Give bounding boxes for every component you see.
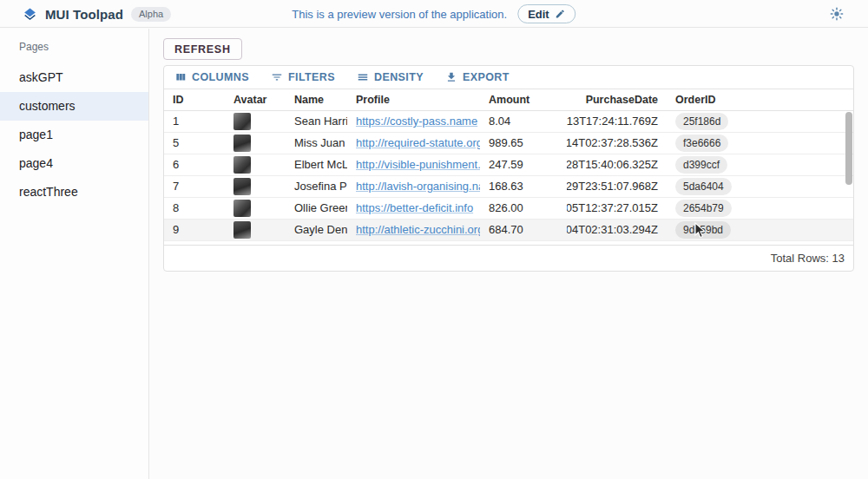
edit-button[interactable]: Edit xyxy=(517,4,576,23)
cell-profile: https://better-deficit.info xyxy=(347,198,480,219)
column-header-profile[interactable]: Profile xyxy=(347,89,480,110)
column-header-purchasedate[interactable]: PurchaseDate xyxy=(567,89,667,110)
cell-avatar xyxy=(225,220,286,240)
table-row[interactable]: 9 Gayle Den… http://athletic-zucchini.or… xyxy=(164,220,853,241)
profile-link[interactable]: http://athletic-zucchini.org xyxy=(356,220,480,240)
cell-orderid: f3e6666 xyxy=(667,133,853,154)
theme-toggle-button[interactable] xyxy=(830,7,844,21)
purchasedate-value: 2014-01-14T02:37:28.536Z xyxy=(567,133,658,154)
vertical-scrollbar-thumb[interactable] xyxy=(845,112,852,185)
table-row[interactable]: 8 Ollie Green… https://better-deficit.in… xyxy=(164,198,853,220)
sidebar-item-page4[interactable]: page4 xyxy=(0,149,148,178)
cell-purchasedate: 2088-05-04T02:31:03.294Z xyxy=(567,220,667,240)
app-title: MUI Toolpad xyxy=(45,7,123,22)
amount-value: 684.70 xyxy=(489,220,523,240)
cell-purchasedate: 2076-03-29T23:51:07.968Z xyxy=(567,176,667,197)
id-value: 8 xyxy=(173,198,179,219)
table-row[interactable]: 1 Sean Harris https://costly-pass.name 8… xyxy=(164,111,853,133)
cell-amount: 247.59 xyxy=(480,154,567,175)
avatar xyxy=(233,221,251,239)
amount-value: 989.65 xyxy=(489,133,523,154)
sidebar-item-label: reactThree xyxy=(19,185,78,199)
name-value: Sean Harris xyxy=(294,111,347,132)
sun-icon xyxy=(830,7,844,21)
profile-link[interactable]: http://visible-punishment.net xyxy=(356,154,480,175)
profile-link[interactable]: https://costly-pass.name xyxy=(356,111,477,132)
sidebar-item-askGPT[interactable]: askGPT xyxy=(0,63,148,92)
export-icon xyxy=(445,71,457,83)
sidebar-item-label: page1 xyxy=(19,128,53,141)
cell-profile: http://athletic-zucchini.org xyxy=(347,220,480,240)
preview-text: This is a preview version of the applica… xyxy=(292,8,507,21)
avatar xyxy=(233,200,251,217)
export-button[interactable]: EXPORT xyxy=(441,69,514,86)
filters-button[interactable]: FILTERS xyxy=(266,69,339,86)
table-row[interactable]: 5 Miss Juan … http://required-statute.or… xyxy=(164,133,853,154)
data-grid: COLUMNS FILTERS DENSITY EXPORT xyxy=(163,65,854,272)
sidebar-item-customers[interactable]: customers xyxy=(0,92,148,121)
grid-footer: Total Rows: 13 xyxy=(164,245,853,271)
refresh-button[interactable]: REFRESH xyxy=(163,38,242,60)
sidebar-item-page1[interactable]: page1 xyxy=(0,121,148,149)
toolpad-logo-icon xyxy=(23,7,37,22)
cell-name: Ollie Green… xyxy=(286,198,347,219)
name-value: Elbert McL… xyxy=(294,154,347,175)
grid-rows: 1 Sean Harris https://costly-pass.name 8… xyxy=(164,111,853,241)
name-value: Miss Juan … xyxy=(294,133,347,154)
cell-profile: http://lavish-organising.name xyxy=(347,176,480,197)
cell-avatar xyxy=(225,111,286,132)
sidebar-item-reactThree[interactable]: reactThree xyxy=(0,178,148,207)
pencil-icon xyxy=(556,9,566,19)
column-header-amount[interactable]: Amount xyxy=(480,89,567,110)
cell-orderid: 2654b79 xyxy=(667,198,853,219)
table-row[interactable]: 7 Josefina P… http://lavish-organising.n… xyxy=(164,176,853,198)
cell-avatar xyxy=(225,176,286,197)
grid-toolbar: COLUMNS FILTERS DENSITY EXPORT xyxy=(164,66,853,89)
cell-amount: 826.00 xyxy=(480,198,567,219)
export-label: EXPORT xyxy=(463,71,510,83)
total-rows-label: Total Rows: 13 xyxy=(771,252,845,265)
cell-avatar xyxy=(225,198,286,219)
cell-avatar xyxy=(225,154,286,175)
density-label: DENSITY xyxy=(374,71,424,83)
cell-id: 9 xyxy=(164,220,225,240)
cell-name: Gayle Den… xyxy=(286,220,347,240)
cell-name: Sean Harris xyxy=(286,111,347,132)
cell-id: 5 xyxy=(164,133,225,154)
alpha-badge: Alpha xyxy=(131,7,171,22)
orderid-chip[interactable]: 9dc59bd xyxy=(675,221,731,239)
orderid-chip[interactable]: 2654b79 xyxy=(675,200,732,217)
brand: MUI Toolpad Alpha xyxy=(23,0,171,28)
cell-amount: 989.65 xyxy=(480,133,567,154)
cell-name: Miss Juan … xyxy=(286,133,347,154)
density-button[interactable]: DENSITY xyxy=(352,69,428,86)
id-value: 9 xyxy=(173,220,179,240)
columns-button[interactable]: COLUMNS xyxy=(170,69,253,86)
sidebar-item-label: customers xyxy=(19,99,76,113)
orderid-chip[interactable]: 25f186d xyxy=(675,113,728,130)
orderid-chip[interactable]: 5da6404 xyxy=(675,178,732,195)
amount-value: 247.59 xyxy=(489,154,523,175)
purchasedate-value: 2076-03-29T23:51:07.968Z xyxy=(567,176,658,197)
orderid-chip[interactable]: d399ccf xyxy=(675,156,727,174)
cell-orderid: d399ccf xyxy=(667,154,853,175)
avatar xyxy=(233,178,251,195)
filters-label: FILTERS xyxy=(288,71,335,83)
column-header-id[interactable]: ID xyxy=(164,89,225,110)
table-row[interactable]: 6 Elbert McL… http://visible-punishment.… xyxy=(164,154,853,176)
column-header-avatar[interactable]: Avatar xyxy=(225,89,286,110)
profile-link[interactable]: http://required-statute.org xyxy=(356,133,480,154)
grid-rows-viewport: 1 Sean Harris https://costly-pass.name 8… xyxy=(164,111,853,245)
grid-header-row: ID Avatar Name Profile Amount PurchaseDa… xyxy=(164,89,853,111)
orderid-chip[interactable]: f3e6666 xyxy=(675,135,728,152)
profile-link[interactable]: http://lavish-organising.name xyxy=(356,176,480,197)
column-header-name[interactable]: Name xyxy=(286,89,347,110)
cell-id: 6 xyxy=(164,154,225,175)
name-value: Josefina P… xyxy=(294,176,347,197)
cell-orderid: 9dc59bd xyxy=(667,220,853,240)
columns-icon xyxy=(174,71,187,83)
column-header-orderid[interactable]: OrderID xyxy=(667,89,853,110)
profile-link[interactable]: https://better-deficit.info xyxy=(356,198,473,219)
purchasedate-value: 2045-01-28T15:40:06.325Z xyxy=(567,154,658,175)
purchasedate-value: 1997-11-13T17:24:11.769Z xyxy=(567,111,658,132)
